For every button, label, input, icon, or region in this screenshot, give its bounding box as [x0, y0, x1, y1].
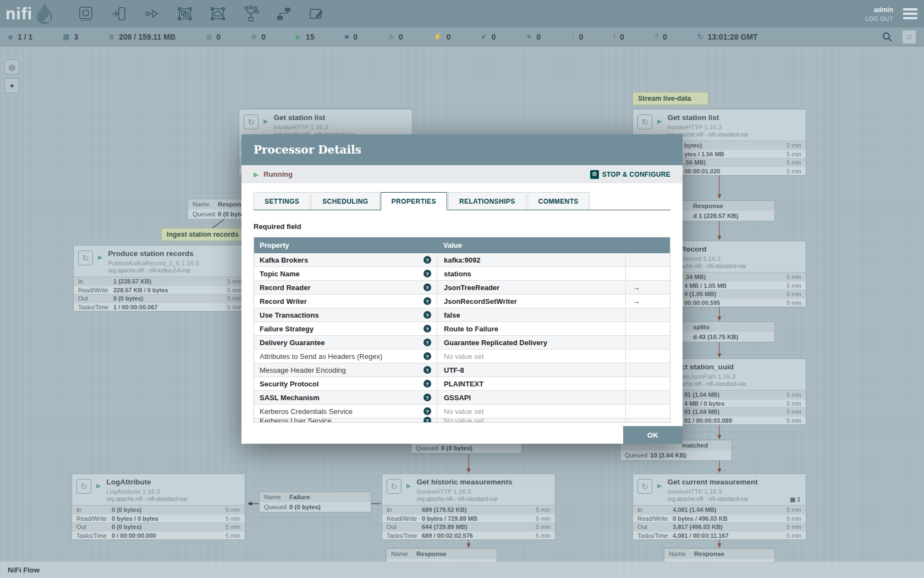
remote-process-group-icon[interactable] [208, 4, 227, 23]
search-icon[interactable] [882, 32, 892, 42]
column-property: Property [254, 241, 437, 249]
help-icon[interactable]: ? [424, 417, 431, 423]
navigate-palette-button[interactable]: ◎ [4, 59, 19, 74]
not-transmitting-icon: ⊘ [251, 32, 257, 41]
table-row: Record Writer? JsonRecordSetWriter→ [254, 295, 670, 308]
processor-nar: ache.nifi - nifi-standard-nar [681, 381, 746, 388]
processor-logattribute[interactable]: ↻ ▶ LogAttribute LogAttribute 1.16.3 org… [72, 473, 245, 540]
tab-scheduling[interactable]: SCHEDULING [311, 192, 379, 210]
sync-failure-count: ? 0 [654, 32, 667, 41]
list-icon: ≣ [108, 32, 114, 41]
running-status-icon: ▶ [406, 482, 411, 489]
up-to-date-icon: ✔ [481, 32, 487, 41]
processor-nar: org.apache.nifi - nifi-standard-nar [667, 496, 757, 503]
help-icon[interactable]: ? [424, 394, 431, 401]
nifi-drop-icon [35, 3, 54, 25]
settings-panel-icon[interactable]: □ [902, 30, 916, 44]
tab-comments[interactable]: COMMENTS [527, 192, 590, 210]
tab-settings[interactable]: SETTINGS [254, 192, 310, 210]
running-status-icon: ▶ [657, 482, 662, 489]
stale-count: ↑ 0 [571, 32, 583, 41]
processor-title: Get station list [667, 113, 748, 123]
processor-nar: org.apache.nifi - nifi-kafka-2-6-nar [108, 268, 199, 275]
locally-modified-stale-count: ! 0 [613, 32, 624, 41]
help-icon[interactable]: ? [424, 256, 431, 264]
dialog-title: Processor Details [254, 143, 361, 156]
help-icon[interactable]: ? [424, 366, 431, 374]
stopped-icon: ■ [344, 32, 349, 41]
connection-label-queued-partial[interactable]: Queued0 (0 bytes) [411, 443, 522, 454]
locally-modified-icon: ✳ [526, 32, 532, 41]
processor-type: InvokeHTTP 1.16.3 [667, 488, 757, 495]
user-area: admin LOG OUT [865, 6, 917, 22]
table-row: SASL Mechanism? GSSAPI [254, 391, 670, 405]
connection-label-failure[interactable]: NameFailure Queued0 (0 bytes) [259, 492, 371, 512]
flow-label-stream[interactable]: Stream live-data [632, 92, 708, 105]
help-icon[interactable]: ? [424, 311, 431, 319]
table-row: Use Transactions? false [254, 308, 670, 322]
help-icon[interactable]: ? [424, 283, 431, 291]
help-icon[interactable]: ? [424, 352, 431, 360]
processor-glyph-icon: ↻ [78, 250, 93, 265]
breadcrumb-bar: NiFi Flow [0, 561, 924, 578]
processor-title: ct station_uuid [681, 363, 746, 372]
running-status-icon: ▶ [96, 482, 101, 489]
running-icon: ▶ [296, 32, 301, 41]
table-row: Failure Strategy? Route to Failure [254, 322, 670, 336]
go-to-service-icon[interactable]: → [625, 281, 670, 294]
invalid-count: ⚠ 0 [388, 32, 403, 41]
table-row: Kafka Brokers? kafka:9092 [254, 253, 670, 267]
help-icon[interactable]: ? [424, 325, 431, 332]
breadcrumb[interactable]: NiFi Flow [8, 566, 40, 574]
running-status-icon: ▶ [254, 171, 258, 178]
process-group-icon[interactable] [175, 4, 194, 23]
current-user: admin [865, 6, 893, 14]
table-row-clipped: Kerberos User Service? No value set [254, 418, 670, 423]
funnel-icon[interactable] [241, 4, 260, 23]
table-row: Topic Name? stations [254, 267, 670, 281]
required-field-note: Required field [254, 222, 670, 231]
tab-properties[interactable]: PROPERTIES [381, 192, 447, 210]
invalid-icon: ⚠ [388, 32, 394, 41]
refresh-icon[interactable]: ↻ [697, 32, 703, 41]
processor-get-historic-measurements[interactable]: ↻ ▶ Get historic measurements InvokeHTTP… [382, 473, 556, 540]
help-icon[interactable]: ? [424, 297, 431, 305]
processor-type: InvokeHTTP 1.16.3 [416, 488, 512, 495]
template-icon[interactable] [274, 4, 293, 23]
input-port-icon[interactable] [109, 4, 128, 23]
help-icon[interactable]: ? [424, 270, 431, 277]
help-icon[interactable]: ? [424, 339, 431, 346]
help-icon[interactable]: ? [424, 407, 431, 415]
help-icon[interactable]: ? [424, 380, 431, 388]
processor-title: Produce station records [108, 249, 199, 259]
processor-type: LogAttribute 1.16.3 [106, 488, 187, 495]
task-badge: ▦ 1 [790, 496, 800, 503]
operate-palette-button[interactable]: ✦ [4, 78, 19, 93]
processor-nar: org.apache.nifi - nifi-standard-nar [106, 496, 187, 503]
processor-nar: ache.nifi - nifi-standard-nar [681, 263, 746, 270]
processor-glyph-icon: ↻ [76, 479, 91, 494]
processor-get-current-measurement[interactable]: ↻ ▶ Get current measurement InvokeHTTP 1… [632, 473, 806, 540]
label-icon[interactable] [307, 4, 326, 23]
processor-title: Record [681, 245, 746, 254]
processor-type: ateJsonPath 1.16.3 [681, 373, 746, 380]
global-menu-icon[interactable] [903, 8, 917, 19]
processor-title: Get historic measurements [416, 478, 512, 487]
processor-nar: org.apache.nifi - nifi-standard-nar [416, 496, 512, 503]
logout-link[interactable]: LOG OUT [865, 15, 893, 22]
ok-button[interactable]: OK [623, 426, 683, 444]
running-status-icon: ▶ [98, 254, 102, 261]
transmitting-icon: ◎ [206, 32, 212, 41]
connection-label-response-bottom-right[interactable]: NameResponse [664, 548, 775, 563]
output-port-icon[interactable] [142, 4, 161, 23]
processor-title: Get current measurement [667, 478, 757, 487]
go-to-service-icon[interactable]: → [625, 295, 670, 308]
processor-produce-station-records[interactable]: ↻ ▶ Produce station records PublishKafka… [73, 245, 247, 312]
tab-relationships[interactable]: RELATIONSHIPS [448, 192, 526, 210]
processor-icon[interactable] [76, 4, 95, 23]
properties-table: Property Value Kafka Brokers? kafka:9092… [254, 237, 670, 423]
connection-label-response-bottom-left[interactable]: NameResponse [386, 548, 497, 563]
processor-details-dialog: Processor Details ▶ Running ⚙ STOP & CON… [241, 134, 683, 444]
disabled-count: ⚡ 0 [433, 32, 451, 41]
stop-and-configure-button[interactable]: ⚙ STOP & CONFIGURE [590, 170, 670, 179]
